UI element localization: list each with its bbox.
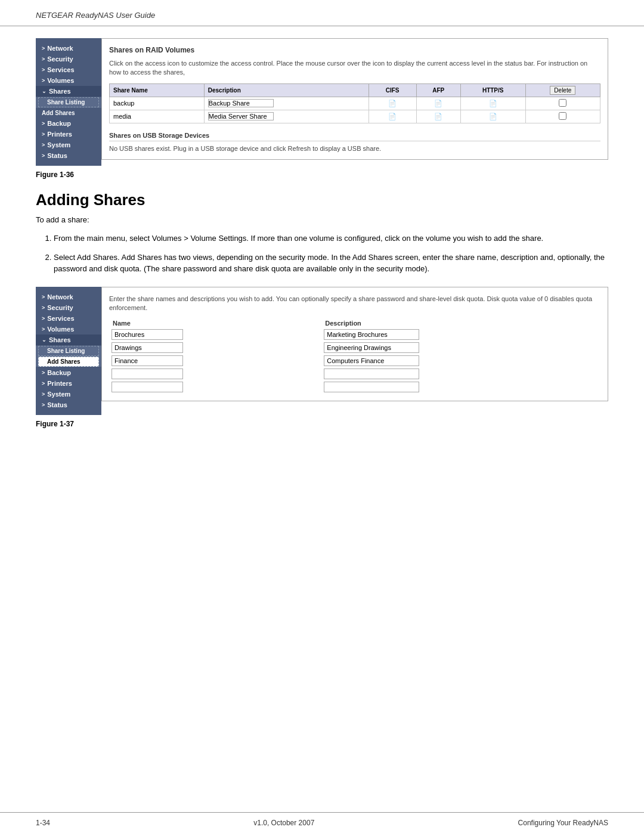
footer-right-text: Configuring Your ReadyNAS [518, 819, 608, 827]
sidebar2-item-backup[interactable]: > Backup [36, 367, 101, 378]
cifs-icon-media[interactable]: 📄 [369, 110, 416, 123]
sidebar-item-security[interactable]: > Security [36, 54, 101, 64]
chevron-icon: > [42, 153, 45, 159]
table-row [109, 354, 600, 367]
add-name-cell-3 [109, 367, 321, 380]
sidebar-item-services[interactable]: > Services [36, 64, 101, 75]
chevron-icon: > [42, 294, 45, 300]
sidebar2-item-services[interactable]: > Services [36, 313, 101, 324]
sidebar-item-status[interactable]: > Status [36, 150, 101, 161]
sidebar-label-volumes: Volumes [47, 77, 74, 84]
figure-36-container: > Network > Security > Services > Volume… [36, 38, 608, 166]
add-name-cell-1 [109, 341, 321, 354]
sidebar2-label-shares: Shares [49, 336, 71, 343]
raid-section-title: Shares on RAID Volumes [109, 46, 600, 54]
add-desc-input-4[interactable] [324, 382, 419, 392]
sub-item-add-shares[interactable]: Add Shares [36, 108, 101, 118]
sub2-item-share-listing[interactable]: Share Listing [38, 346, 99, 356]
share-desc-media [204, 110, 369, 123]
footer-page-number: 1-34 [36, 819, 50, 827]
chevron-icon: ⌄ [42, 337, 47, 343]
figure-37-container: > Network > Security > Services > Volume… [36, 287, 608, 415]
sidebar2-item-network[interactable]: > Network [36, 292, 101, 302]
add-name-input-4[interactable] [112, 382, 183, 392]
chevron-icon: > [42, 305, 45, 311]
main-content: > Network > Security > Services > Volume… [0, 38, 644, 788]
chevron-icon: > [42, 142, 45, 148]
chevron-icon: > [42, 131, 45, 137]
sidebar-label-printers: Printers [47, 131, 72, 138]
add-desc-cell-2 [321, 354, 600, 367]
delete-check-backup[interactable] [525, 97, 600, 110]
col-header-afp: AFP [416, 83, 460, 97]
page-footer: 1-34 v1.0, October 2007 Configuring Your… [0, 812, 644, 833]
steps-list: From the main menu, select Volumes > Vol… [36, 233, 608, 275]
header-title: NETGEAR ReadyNAS User Guide [36, 11, 155, 20]
main-panel-figure36: Shares on RAID Volumes Click on the acce… [101, 38, 608, 160]
cifs-icon-backup[interactable]: 📄 [369, 97, 416, 110]
col-header-cifs: CIFS [369, 83, 416, 97]
sub2-item-add-shares[interactable]: Add Shares [38, 357, 99, 367]
table-row: backup 📄 📄 📄 [110, 97, 600, 110]
sidebar2-label-printers: Printers [47, 380, 72, 387]
add-desc-cell-0 [321, 328, 600, 341]
footer-center-version: v1.0, October 2007 [253, 819, 314, 827]
add-desc-cell-3 [321, 367, 600, 380]
delete-check-media[interactable] [525, 110, 600, 123]
afp-icon-backup[interactable]: 📄 [416, 97, 460, 110]
sidebar-sub-section: Share Listing Add Shares [36, 97, 101, 118]
delete-checkbox-backup[interactable] [559, 99, 566, 107]
add-panel-desc: Enter the share names and descriptions y… [109, 295, 600, 313]
sidebar-item-shares[interactable]: ⌄ Shares [36, 86, 101, 97]
usb-section-title: Shares on USB Storage Devices [109, 132, 600, 141]
sidebar-label-system: System [47, 141, 70, 148]
col-header-name: Share Name [110, 83, 205, 97]
step-2: Select Add Shares. Add Shares has two vi… [54, 252, 608, 275]
section-intro: To add a share: [36, 215, 608, 224]
desc-input-backup[interactable] [208, 99, 274, 107]
sidebar-item-volumes[interactable]: > Volumes [36, 75, 101, 86]
https-icon-backup[interactable]: 📄 [460, 97, 525, 110]
add-name-input-3[interactable] [112, 368, 183, 379]
add-shares-table: Name Description [109, 318, 600, 394]
add-desc-input-1[interactable] [324, 342, 419, 353]
sidebar-item-system[interactable]: > System [36, 140, 101, 150]
add-name-input-2[interactable] [112, 355, 183, 366]
sidebar2-label-status: Status [47, 401, 67, 408]
chevron-icon: > [42, 120, 45, 126]
sidebar2-item-volumes[interactable]: > Volumes [36, 324, 101, 335]
col-header-desc: Description [204, 83, 369, 97]
afp-icon-media[interactable]: 📄 [416, 110, 460, 123]
sidebar2-item-printers[interactable]: > Printers [36, 378, 101, 389]
sidebar-item-network[interactable]: > Network [36, 43, 101, 54]
table-row [109, 380, 600, 394]
sidebar2-label-network: Network [47, 293, 73, 301]
chevron-icon: > [42, 370, 45, 376]
sidebar-item-backup[interactable]: > Backup [36, 118, 101, 129]
desc-input-media[interactable] [208, 112, 274, 120]
page-header: NETGEAR ReadyNAS User Guide [0, 0, 644, 26]
delete-checkbox-media[interactable] [559, 112, 566, 120]
add-desc-input-3[interactable] [324, 368, 419, 379]
raid-section-desc: Click on the access icon to customize th… [109, 59, 600, 78]
sidebar2-item-security[interactable]: > Security [36, 302, 101, 313]
sidebar-label-backup: Backup [47, 120, 71, 127]
add-desc-input-2[interactable] [324, 355, 419, 366]
add-desc-input-0[interactable] [324, 329, 419, 340]
sidebar2-item-system[interactable]: > System [36, 389, 101, 400]
add-name-cell-0 [109, 328, 321, 341]
sub-item-share-listing[interactable]: Share Listing [38, 97, 99, 107]
sidebar2-item-shares[interactable]: ⌄ Shares [36, 335, 101, 345]
share-desc-backup [204, 97, 369, 110]
add-name-input-0[interactable] [112, 329, 183, 340]
https-icon-media[interactable]: 📄 [460, 110, 525, 123]
usb-message: No USB shares exist. Plug in a USB stora… [109, 145, 600, 152]
table-row [109, 341, 600, 354]
sidebar2-label-services: Services [47, 315, 74, 322]
add-name-input-1[interactable] [112, 342, 183, 353]
chevron-icon: ⌄ [42, 88, 47, 94]
sidebar2-item-status[interactable]: > Status [36, 400, 101, 410]
page-wrapper: NETGEAR ReadyNAS User Guide > Network > … [0, 0, 644, 833]
sidebar-item-printers[interactable]: > Printers [36, 129, 101, 140]
delete-header-btn[interactable]: Delete [550, 86, 575, 95]
